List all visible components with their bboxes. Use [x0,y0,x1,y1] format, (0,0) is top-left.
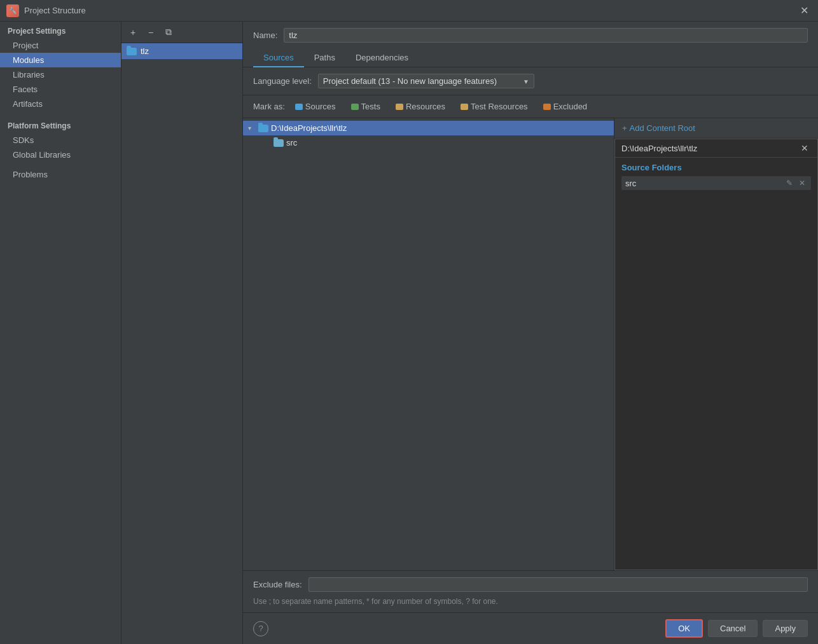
content-panel: Name: Sources Paths Dependencies [243,22,818,644]
sidebar-item-problems[interactable]: Problems [0,167,121,182]
file-tree[interactable]: ▾ D:\IdeaProjects\llr\tlz src [243,118,614,570]
content-root-path: D:\IdeaProjects\llr\tlz [621,144,697,153]
sidebar-item-modules[interactable]: Modules [0,53,121,67]
ok-button[interactable]: OK [665,619,703,638]
content-root-panel: D:\IdeaProjects\llr\tlz ✕ Source Folders… [614,139,818,570]
language-level-row: Language level: Project default (13 - No… [243,67,818,95]
sidebar-item-facets[interactable]: Facets [0,82,121,97]
project-structure-window: 🔧 Project Structure ✕ Project Settings P… [0,0,818,644]
sources-dot [295,104,303,110]
module-list-panel: + − ⧉ tlz [121,22,243,644]
copy-module-button[interactable]: ⧉ [161,25,176,40]
tree-root-label: D:\IdeaProjects\llr\tlz [271,123,347,133]
bottom-section: Exclude files: Use ; to separate name pa… [243,570,818,612]
sidebar-item-artifacts[interactable]: Artifacts [0,97,121,111]
tree-leaf-spacer [263,139,271,146]
apply-button[interactable]: Apply [763,620,808,637]
resources-dot [396,104,403,110]
test-resources-dot [461,104,468,110]
sidebar-item-libraries[interactable]: Libraries [0,67,121,82]
module-toolbar: + − ⧉ [121,22,242,43]
remove-source-folder-button[interactable]: ✕ [797,178,807,188]
module-folder-icon [127,48,137,55]
edit-source-folder-button[interactable]: ✎ [784,178,794,188]
help-button[interactable]: ? [253,621,268,636]
sidebar-item-project[interactable]: Project [0,38,121,53]
content-root-header: D:\IdeaProjects\llr\tlz ✕ [615,139,817,158]
platform-settings-section-title: Platform Settings [0,116,121,133]
close-button[interactable]: ✕ [796,3,812,18]
split-area: ▾ D:\IdeaProjects\llr\tlz src [243,118,818,570]
app-icon: 🔧 [6,4,19,17]
tab-paths[interactable]: Paths [304,49,345,67]
excluded-dot [543,104,551,110]
mark-resources-button[interactable]: Resources [391,100,450,113]
sources-content: Language level: Project default (13 - No… [243,67,818,612]
tab-sources[interactable]: Sources [253,49,304,67]
source-folder-name: src [625,179,636,188]
mark-tests-button[interactable]: Tests [346,100,385,113]
exclude-files-label: Exclude files: [253,580,302,589]
mark-sources-button[interactable]: Sources [290,100,341,113]
dialog-footer: ? OK Cancel Apply [243,612,818,644]
tabs-row: Sources Paths Dependencies [253,49,808,67]
content-root-close-button[interactable]: ✕ [798,143,811,153]
exclude-hint: Use ; to separate name patterns, * for a… [253,597,808,606]
tree-expand-icon: ▾ [248,125,256,132]
mark-excluded-button[interactable]: Excluded [538,100,592,113]
sidebar: Project Settings Project Modules Librari… [0,22,121,644]
mark-test-resources-button[interactable]: Test Resources [455,100,533,113]
add-content-root-label: Add Content Root [630,123,695,133]
language-level-label: Language level: [253,76,312,86]
source-folders-title: Source Folders [621,163,811,172]
right-panel: + Add Content Root D:\IdeaProjects\llr\t… [614,118,818,570]
tab-dependencies[interactable]: Dependencies [345,49,419,67]
name-row: Name: [253,28,808,43]
source-folders-section: Source Folders src ✎ ✕ [615,158,817,195]
module-list-item-tlz[interactable]: tlz [121,43,242,59]
sidebar-item-sdks[interactable]: SDKs [0,133,121,147]
name-label: Name: [253,31,277,40]
main-layout: Project Settings Project Modules Librari… [0,22,818,644]
language-level-select[interactable]: Project default (13 - No new language fe… [318,74,534,88]
project-settings-section-title: Project Settings [0,22,121,38]
mark-as-label: Mark as: [253,102,285,111]
window-title: Project Structure [24,6,796,15]
add-module-button[interactable]: + [125,25,141,40]
remove-module-button[interactable]: − [143,25,158,40]
sidebar-item-global-libraries[interactable]: Global Libraries [0,147,121,162]
title-bar: 🔧 Project Structure ✕ [0,0,818,22]
tree-folder-icon-root [258,125,268,132]
add-content-root-icon: + [622,123,627,133]
content-header: Name: Sources Paths Dependencies [243,22,818,67]
source-folder-actions: ✎ ✕ [784,178,807,188]
tree-src-label: src [286,138,297,147]
name-input[interactable] [284,28,808,43]
tree-item-src[interactable]: src [243,135,614,150]
language-level-select-wrapper: Project default (13 - No new language fe… [318,74,534,88]
add-content-root-button[interactable]: + Add Content Root [614,118,818,139]
tree-folder-icon-src [274,139,284,147]
exclude-files-input[interactable] [308,577,808,592]
cancel-button[interactable]: Cancel [708,620,758,637]
source-folder-item-src: src ✎ ✕ [621,176,811,190]
tests-dot [351,104,359,110]
tree-item-root[interactable]: ▾ D:\IdeaProjects\llr\tlz [243,121,614,135]
exclude-row: Exclude files: [253,577,808,592]
mark-as-row: Mark as: Sources Tests Resources [243,95,818,118]
